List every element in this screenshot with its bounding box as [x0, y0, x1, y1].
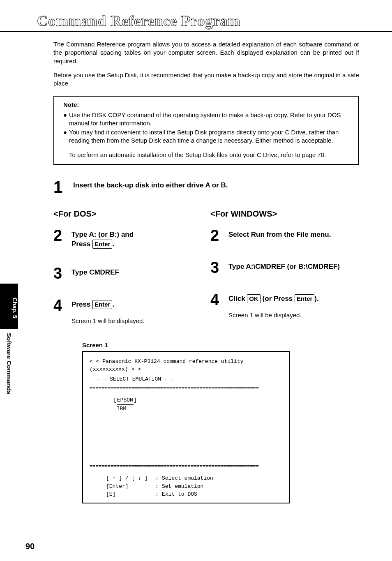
step-number-1: 1 — [53, 179, 73, 195]
windows-heading: <For WINDOWS> — [210, 209, 367, 219]
dos-heading: <For DOS> — [53, 209, 210, 219]
legend-key-enter: [Enter] — [106, 483, 155, 491]
step-number-4: 4 — [210, 292, 228, 307]
note-footer: To perform an automatic installation of … — [69, 151, 351, 159]
note-bullet-2: You may find it convenient to install th… — [69, 128, 351, 145]
enter-key: Enter — [92, 240, 112, 249]
note-heading: Note: — [63, 101, 351, 109]
intro-paragraph-2: Before you use the Setup Disk, it is rec… — [53, 71, 359, 88]
screen-subheader: – – SELECT EMULATION – – — [97, 375, 283, 383]
win-step-2: Select Run from the File menu. — [228, 230, 331, 240]
emulation-option-ibm: IBM — [117, 406, 126, 412]
step-number-2: 2 — [210, 228, 228, 243]
page-title: Command Reference Program — [37, 12, 367, 30]
screen-label: Screen 1 — [82, 342, 367, 349]
win-step-4: Click OK (or Press Enter). Screen 1 will… — [228, 294, 319, 319]
chapter-tab: Chap. 5 — [0, 284, 18, 329]
page-number: 90 — [25, 542, 35, 551]
section-label: Software Commands — [6, 333, 13, 394]
ok-key: OK — [247, 294, 261, 303]
divider: ========================================… — [90, 384, 283, 391]
step-number-3: 3 — [53, 265, 71, 281]
screen-1-box: < < Panasonic KX-P3124 command reference… — [82, 351, 290, 503]
note-box: Note: ●Use the DISK COPY command of the … — [53, 96, 359, 165]
dos-step-3: Type CMDREF — [71, 268, 119, 277]
bullet-icon: ● — [63, 111, 69, 128]
screen-header: < < Panasonic KX-P3124 command reference… — [90, 358, 283, 374]
enter-key: Enter — [295, 294, 314, 303]
legend-key-e: [E] — [106, 490, 155, 499]
legend-desc-3: Exit to DOS — [162, 490, 197, 499]
step-number-4: 4 — [53, 298, 71, 313]
win-step-4-sub: Screen 1 will be displayed. — [228, 311, 319, 319]
enter-key: Enter — [92, 300, 112, 309]
win-step-3: Type A:\CMDREF (or B:\CMDREF) — [228, 262, 340, 272]
dos-step-2: Type A: (or B:) and Press Enter. — [71, 230, 134, 249]
legend-key-arrows: [ ↑ ] / [ ↓ ] — [106, 474, 155, 483]
step-number-2: 2 — [53, 228, 71, 243]
emulation-option-epson: EPSON — [117, 396, 134, 405]
note-bullet-1: Use the DISK COPY command of the operati… — [69, 111, 351, 128]
step-number-3: 3 — [210, 260, 228, 275]
divider: ========================================… — [90, 462, 283, 469]
dos-step-4-sub: Screen 1 will be displayed. — [71, 317, 145, 325]
dos-step-4: Press Enter. Screen 1 will be displayed. — [71, 300, 145, 325]
legend-desc-1: Select emulation — [162, 474, 213, 483]
bullet-icon: ● — [63, 128, 69, 145]
legend-desc-2: Set emulation — [162, 483, 203, 491]
intro-paragraph-1: The Command Reference program allows you… — [53, 40, 359, 65]
title-rule — [0, 31, 392, 32]
step-1-text: Insert the back-up disk into either driv… — [73, 181, 228, 189]
